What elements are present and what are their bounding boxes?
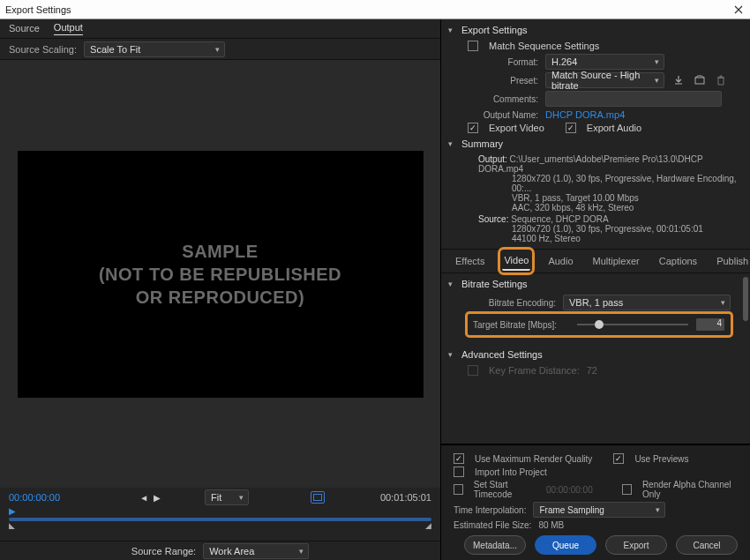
match-sequence-checkbox[interactable] <box>468 41 478 51</box>
tab-video[interactable]: Video <box>502 251 530 271</box>
tab-captions[interactable]: Captions <box>657 252 699 270</box>
set-start-tc-value: 00:00:00:00 <box>546 485 593 495</box>
tab-output[interactable]: Output <box>54 22 83 35</box>
fit-dropdown[interactable]: Fit <box>205 489 249 505</box>
comments-label: Comments: <box>468 94 538 104</box>
export-button[interactable]: Export <box>605 535 667 555</box>
use-previews-checkbox[interactable] <box>613 453 624 464</box>
import-project-checkbox[interactable] <box>454 467 464 477</box>
right-pane: Export Settings Match Sequence Settings … <box>441 19 750 560</box>
source-range-label: Source Range: <box>131 546 196 556</box>
export-audio-checkbox[interactable] <box>566 123 576 133</box>
left-pane: Source Output Source Scaling: Scale To F… <box>0 19 441 560</box>
scrollbar[interactable] <box>741 273 748 444</box>
bottom-panel: Use Maximum Render Quality Use Previews … <box>441 444 750 560</box>
advanced-header[interactable]: Advanced Settings <box>459 349 739 360</box>
source-scaling-label: Source Scaling: <box>9 44 77 55</box>
preview-text-2: (NOT TO BE REPUBLISHED <box>99 263 341 286</box>
summary-header[interactable]: Summary <box>459 138 739 149</box>
play-icon[interactable]: ▶ <box>154 493 161 503</box>
close-button[interactable] <box>732 4 745 16</box>
timeline-playhead[interactable] <box>9 505 18 518</box>
bitrate-section: Bitrate Settings Bitrate Encoding: VBR, … <box>441 273 750 344</box>
transport-bar: 00:00:00:00 ◄ ▶ Fit 00:01:05:01 ◣ ◢ <box>0 488 440 541</box>
slider-knob[interactable] <box>595 320 604 329</box>
source-range-row: Source Range: Work Area <box>0 541 440 560</box>
timeline-in-icon[interactable]: ◣ <box>9 521 15 530</box>
import-project-label: Import Into Project <box>475 467 547 477</box>
tab-publish[interactable]: Publish <box>715 252 750 270</box>
summary-source-label: Source: <box>478 214 508 224</box>
preview-area: SAMPLE (NOT TO BE REPUBLISHED OR REPRODU… <box>0 60 440 488</box>
timeline[interactable]: ◣ ◢ <box>9 511 431 526</box>
queue-button[interactable]: Queue <box>535 535 596 555</box>
summary-output: Output: C:\User_uments\Adobe\Premiere Pr… <box>478 154 739 213</box>
set-start-tc-label: Set Start Timecode <box>474 480 539 499</box>
bitrate-encoding-dropdown[interactable]: VBR, 1 pass <box>563 295 731 310</box>
preview-text-3: OR REPRODUCED) <box>136 286 304 309</box>
summary-source: Source: Sequence, DHCP DORA 1280x720 (1.… <box>478 214 739 243</box>
tab-multiplexer[interactable]: Multiplexer <box>591 252 641 270</box>
svg-rect-0 <box>695 78 704 84</box>
time-interp-label: Time Interpolation: <box>454 505 526 515</box>
kfd-checkbox[interactable] <box>468 365 478 376</box>
use-previews-label: Use Previews <box>634 454 688 464</box>
render-alpha-checkbox[interactable] <box>622 484 632 495</box>
save-preset-icon[interactable] <box>671 73 686 87</box>
preset-label: Preset: <box>468 76 538 86</box>
tab-audio[interactable]: Audio <box>546 252 574 270</box>
source-range-dropdown[interactable]: Work Area <box>203 543 309 559</box>
tab-source[interactable]: Source <box>9 23 40 35</box>
export-audio-label: Export Audio <box>587 123 641 133</box>
output-name-link[interactable]: DHCP DORA.mp4 <box>545 109 625 120</box>
format-label: Format: <box>468 57 538 67</box>
set-start-tc-checkbox[interactable] <box>454 484 463 495</box>
target-bitrate-input[interactable]: 4 <box>695 317 725 332</box>
time-interp-dropdown[interactable]: Frame Sampling <box>533 502 665 518</box>
bitrate-encoding-label: Bitrate Encoding: <box>468 298 556 308</box>
target-bitrate-label: Target Bitrate [Mbps]: <box>473 320 570 330</box>
max-quality-checkbox[interactable] <box>454 453 464 464</box>
preset-dropdown[interactable]: Match Source - High bitrate <box>545 72 664 88</box>
aspect-ratio-icon[interactable] <box>311 491 325 504</box>
kfd-value: 72 <box>587 365 597 376</box>
export-video-label: Export Video <box>489 123 544 133</box>
kfd-label: Key Frame Distance: <box>489 365 580 376</box>
timeline-out-icon[interactable]: ◢ <box>425 521 431 530</box>
scrollbar-thumb[interactable] <box>743 277 748 321</box>
delete-preset-icon[interactable] <box>714 73 728 87</box>
encoding-tabs: Effects Video Audio Multiplexer Captions… <box>441 249 750 273</box>
max-quality-label: Use Maximum Render Quality <box>475 454 592 464</box>
close-icon <box>734 5 743 14</box>
titlebar: Export Settings <box>0 0 750 19</box>
export-settings-section: Export Settings Match Sequence Settings … <box>441 19 750 249</box>
target-bitrate-row: Target Bitrate [Mbps]: 4 <box>468 314 731 335</box>
match-sequence-label: Match Sequence Settings <box>489 41 599 51</box>
window-title: Export Settings <box>5 4 732 15</box>
import-preset-icon[interactable] <box>693 73 707 87</box>
render-alpha-label: Render Alpha Channel Only <box>642 480 738 499</box>
cancel-button[interactable]: Cancel <box>676 535 738 555</box>
output-name-label: Output Name: <box>468 110 538 120</box>
target-bitrate-slider[interactable] <box>577 318 688 331</box>
metadata-button[interactable]: Metadata... <box>464 535 526 555</box>
export-settings-header[interactable]: Export Settings <box>459 25 739 35</box>
bitrate-header[interactable]: Bitrate Settings <box>459 279 739 289</box>
video-preview: SAMPLE (NOT TO BE REPUBLISHED OR REPRODU… <box>18 151 424 398</box>
export-video-checkbox[interactable] <box>468 123 478 133</box>
advanced-section: Advanced Settings Key Frame Distance: 72 <box>441 344 750 384</box>
source-scaling-row: Source Scaling: Scale To Fit <box>0 39 440 60</box>
timecode-current[interactable]: 00:00:00:00 <box>9 492 60 503</box>
est-size-value: 80 MB <box>538 520 564 530</box>
format-dropdown[interactable]: H.264 <box>545 54 664 70</box>
preview-text-1: SAMPLE <box>182 240 258 263</box>
tab-effects[interactable]: Effects <box>454 252 486 270</box>
step-back-icon[interactable]: ◄ <box>139 493 148 503</box>
timeline-track <box>9 518 431 521</box>
est-size-label: Estimated File Size: <box>454 520 531 530</box>
left-tabs: Source Output <box>0 19 440 39</box>
comments-input[interactable] <box>545 91 722 107</box>
source-scaling-dropdown[interactable]: Scale To Fit <box>84 41 225 57</box>
timecode-duration: 00:01:05:01 <box>380 492 431 503</box>
summary-output-label: Output: <box>478 154 507 164</box>
